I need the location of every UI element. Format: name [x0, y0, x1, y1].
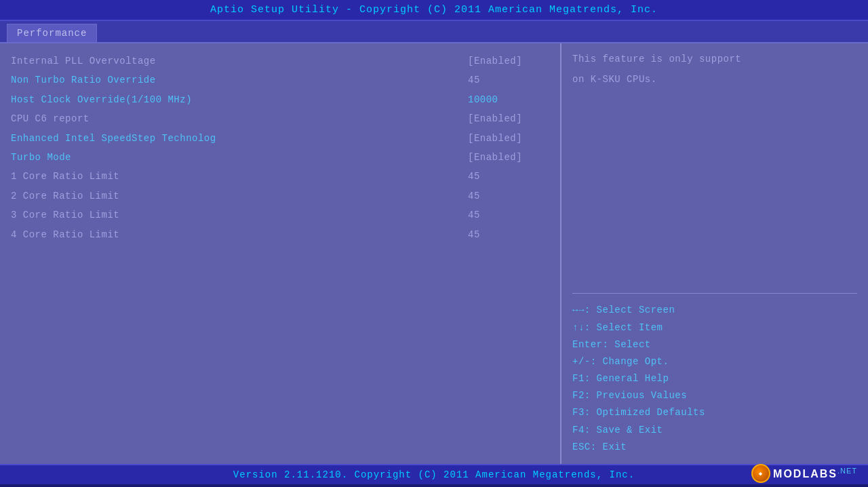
menu-item[interactable]: 1 Core Ratio Limit45 [11, 167, 549, 186]
tab-row: Performance [0, 21, 868, 43]
menu-item-value: 45 [468, 189, 549, 203]
footer-bar: Version 2.11.1210. Copyright (C) 2011 Am… [0, 464, 868, 484]
menu-item-value: 45 [468, 227, 549, 242]
menu-item[interactable]: CPU C6 report[Enabled] [11, 109, 549, 128]
menu-item-value: [Enabled] [468, 150, 549, 165]
keyhelp-container: ↔→: Select Screen↑↓: Select ItemEnter: S… [572, 302, 857, 456]
logo-circle: ◆ [751, 464, 770, 483]
header-bar: Aptio Setup Utility - Copyright (C) 2011… [0, 0, 868, 21]
footer-text: Version 2.11.1210. Copyright (C) 2011 Am… [233, 469, 635, 480]
menu-item[interactable]: Turbo Mode[Enabled] [11, 148, 549, 167]
keyhelp-line: ↔→: Select Screen [572, 302, 857, 319]
menu-item[interactable]: Host Clock Override(1/100 MHz)10000 [11, 90, 549, 109]
menu-item-label: 4 Core Ratio Limit [11, 227, 119, 242]
main-content: Internal PLL Overvoltage[Enabled]Non Tur… [0, 43, 868, 464]
keyhelp-line: +/-: Change Opt. [572, 353, 857, 370]
keyhelp-line: F2: Previous Values [572, 387, 857, 404]
menu-item-value: 45 [468, 73, 549, 87]
menu-item-value: [Enabled] [468, 131, 549, 146]
menu-item-label: Internal PLL Overvoltage [11, 54, 156, 69]
tab-performance[interactable]: Performance [7, 24, 97, 42]
keyhelp-line: Enter: Select [572, 336, 857, 353]
menu-item-label: Enhanced Intel SpeedStep Technolog [11, 131, 216, 146]
keyhelp-line: F3: Optimized Defaults [572, 404, 857, 421]
logo-circle-icon: ◆ [759, 470, 763, 478]
menu-item-value: 45 [468, 208, 549, 222]
keyhelp-line: ESC: Exit [572, 439, 857, 456]
logo-brand: MODLABS.NET [773, 467, 857, 480]
menu-item[interactable]: Non Turbo Ratio Override45 [11, 71, 549, 90]
keyhelp-line: F4: Save & Exit [572, 422, 857, 439]
help-text-line1: This feature is only support [572, 52, 857, 66]
menu-item-value: [Enabled] [468, 54, 549, 69]
menu-item[interactable]: Enhanced Intel SpeedStep Technolog[Enabl… [11, 129, 549, 148]
keyhelp-line: ↑↓: Select Item [572, 319, 857, 336]
right-divider [572, 293, 857, 294]
menu-item-label: Host Clock Override(1/100 MHz) [11, 92, 192, 107]
menu-item[interactable]: Internal PLL Overvoltage[Enabled] [11, 52, 549, 71]
menu-item-value: [Enabled] [468, 111, 549, 126]
right-panel: This feature is only support on K-SKU CP… [561, 43, 868, 464]
menu-item-value: 10000 [468, 92, 549, 107]
header-title: Aptio Setup Utility - Copyright (C) 2011… [210, 4, 658, 16]
menu-item-value: 45 [468, 169, 549, 184]
menu-item-label: CPU C6 report [11, 111, 90, 126]
menu-item-label: 1 Core Ratio Limit [11, 169, 119, 184]
left-panel: Internal PLL Overvoltage[Enabled]Non Tur… [0, 43, 561, 464]
menu-item-label: 2 Core Ratio Limit [11, 189, 119, 203]
menu-item-label: 3 Core Ratio Limit [11, 208, 119, 222]
menu-item-label: Turbo Mode [11, 150, 71, 165]
help-text-line2: on K-SKU CPUs. [572, 72, 857, 87]
footer-logo: ◆ MODLABS.NET [751, 464, 857, 483]
menu-item[interactable]: 4 Core Ratio Limit45 [11, 225, 549, 244]
menu-item[interactable]: 2 Core Ratio Limit45 [11, 187, 549, 206]
keyhelp-line: F1: General Help [572, 370, 857, 387]
menu-item[interactable]: 3 Core Ratio Limit45 [11, 206, 549, 225]
menu-item-label: Non Turbo Ratio Override [11, 73, 156, 87]
